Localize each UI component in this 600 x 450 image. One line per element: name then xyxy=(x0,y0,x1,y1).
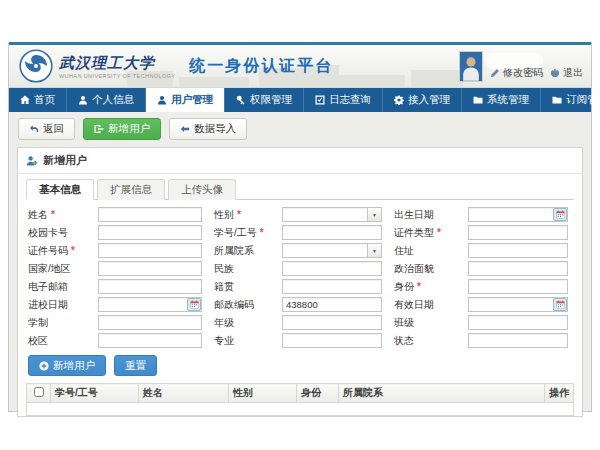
app-header: 武汉理工大学 WUHAN UNIVERSITY OF TECHNOLOGY 统一… xyxy=(9,45,591,88)
field-name xyxy=(98,207,202,222)
university-logo-icon xyxy=(19,49,53,83)
email-input[interactable] xyxy=(98,279,202,294)
nav-item-subscription-management[interactable]: 订阅管理 xyxy=(541,88,600,112)
brand: 武汉理工大学 WUHAN UNIVERSITY OF TECHNOLOGY 统一… xyxy=(19,49,333,83)
submit-button-label: 新增用户 xyxy=(53,359,95,373)
nav-item-access-management[interactable]: 接入管理 xyxy=(383,88,462,112)
folder-icon xyxy=(552,95,562,105)
nav-item-label: 用户管理 xyxy=(171,93,213,107)
field-label-major: 专业 xyxy=(214,334,270,348)
campus-input[interactable] xyxy=(98,333,202,348)
field-label-text: 班级 xyxy=(394,316,414,330)
field-label-text: 有效日期 xyxy=(394,298,434,312)
calendar-icon[interactable] xyxy=(553,298,567,311)
calendar-icon[interactable] xyxy=(187,298,201,311)
field-label-text: 国家/地区 xyxy=(28,262,71,276)
field-grade xyxy=(282,315,382,330)
plus-circle-icon xyxy=(39,361,49,371)
field-label-text: 进校日期 xyxy=(28,298,68,312)
student-id-input[interactable] xyxy=(282,225,382,240)
add-user-icon xyxy=(94,124,104,134)
status-input[interactable] xyxy=(468,333,568,348)
dropdown-arrow-icon[interactable]: ▼ xyxy=(367,244,381,257)
field-major xyxy=(282,333,382,348)
nav-item-system-management[interactable]: 系统管理 xyxy=(462,88,541,112)
ethnicity-input[interactable] xyxy=(282,261,382,276)
user-avatar xyxy=(459,51,483,82)
user-table: 学号/工号姓名性别身份所属院系操作 xyxy=(26,383,574,416)
name-input[interactable] xyxy=(98,207,202,222)
id-type-input[interactable] xyxy=(468,225,568,240)
field-label-political-status: 政治面貌 xyxy=(394,262,456,276)
select-all-checkbox[interactable] xyxy=(34,387,44,397)
field-gender: ▼ xyxy=(282,207,382,222)
postal-code-input[interactable] xyxy=(282,297,382,312)
field-department: ▼ xyxy=(282,243,382,258)
submit-add-user-button[interactable]: 新增用户 xyxy=(28,355,106,376)
identity-input[interactable] xyxy=(468,279,568,294)
home-icon xyxy=(20,95,30,105)
class-input[interactable] xyxy=(468,315,568,330)
main-nav: 首页个人信息用户管理权限管理日志查询接入管理系统管理订阅管理 xyxy=(9,88,591,112)
change-password-label: 修改密码 xyxy=(503,66,543,80)
native-place-input[interactable] xyxy=(282,279,382,294)
change-password-link[interactable]: 修改密码 xyxy=(490,66,543,82)
user-form: 姓名*性别*▼出生日期校园卡号学号/工号*证件类型*证件号码*所属院系▼住址国家… xyxy=(18,200,582,352)
political-status-input[interactable] xyxy=(468,261,568,276)
field-label-text: 学制 xyxy=(28,316,48,330)
field-label-name: 姓名* xyxy=(28,208,86,222)
university-name-en: WUHAN UNIVERSITY OF TECHNOLOGY xyxy=(59,73,175,79)
field-label-class: 班级 xyxy=(394,316,456,330)
field-label-country-region: 国家/地区 xyxy=(28,262,86,276)
gear-icon xyxy=(394,95,404,105)
field-label-text: 校区 xyxy=(28,334,48,348)
field-id-type xyxy=(468,225,568,240)
id-number-input[interactable] xyxy=(98,243,202,258)
nav-item-permission-management[interactable]: 权限管理 xyxy=(225,88,304,112)
required-asterisk: * xyxy=(51,209,55,220)
table-header-cell: 性别 xyxy=(229,384,297,403)
add-user-button[interactable]: 新增用户 xyxy=(83,118,161,140)
tab-basic-info[interactable]: 基本信息 xyxy=(26,179,94,200)
skyline-decoration xyxy=(321,75,405,87)
header-user-area: 修改密码 退出 xyxy=(459,51,583,82)
nav-item-label: 订阅管理 xyxy=(566,93,600,107)
schooling-length-input[interactable] xyxy=(98,315,202,330)
grade-input[interactable] xyxy=(282,315,382,330)
major-input[interactable] xyxy=(282,333,382,348)
calendar-icon[interactable] xyxy=(553,208,567,221)
nav-item-personal-info[interactable]: 个人信息 xyxy=(67,88,146,112)
required-asterisk: * xyxy=(417,281,421,292)
key-icon xyxy=(236,95,246,105)
tab-extended-info[interactable]: 扩展信息 xyxy=(97,179,165,200)
field-label-text: 出生日期 xyxy=(394,208,434,222)
university-name: 武汉理工大学 WUHAN UNIVERSITY OF TECHNOLOGY xyxy=(59,54,175,79)
dropdown-arrow-icon[interactable]: ▼ xyxy=(367,208,381,221)
field-label-ethnicity: 民族 xyxy=(214,262,270,276)
field-label-department: 所属院系 xyxy=(214,244,270,258)
nav-item-user-management[interactable]: 用户管理 xyxy=(146,88,225,112)
field-label-text: 学号/工号 xyxy=(214,226,257,240)
field-label-text: 校园卡号 xyxy=(28,226,68,240)
field-label-text: 籍贯 xyxy=(214,280,234,294)
reset-button[interactable]: 重置 xyxy=(114,355,157,376)
add-user-button-label: 新增用户 xyxy=(108,122,150,136)
person-icon xyxy=(157,95,167,105)
field-label-text: 证件号码 xyxy=(28,244,68,258)
country-region-input[interactable] xyxy=(98,261,202,276)
tab-upload-avatar[interactable]: 上传头像 xyxy=(168,179,236,200)
person-plus-icon xyxy=(26,155,38,167)
nav-item-log-query[interactable]: 日志查询 xyxy=(304,88,383,112)
table-header-cell: 姓名 xyxy=(139,384,229,403)
nav-item-home[interactable]: 首页 xyxy=(9,88,67,112)
campus-card-no-input[interactable] xyxy=(98,225,202,240)
empty-table-row xyxy=(27,403,574,416)
back-button[interactable]: 返回 xyxy=(18,118,75,140)
field-student-id xyxy=(282,225,382,240)
field-email xyxy=(98,279,202,294)
logout-link[interactable]: 退出 xyxy=(550,66,583,82)
field-identity xyxy=(468,279,568,294)
data-import-button[interactable]: 数据导入 xyxy=(169,118,247,140)
address-input[interactable] xyxy=(468,243,568,258)
field-label-text: 证件类型 xyxy=(394,226,434,240)
